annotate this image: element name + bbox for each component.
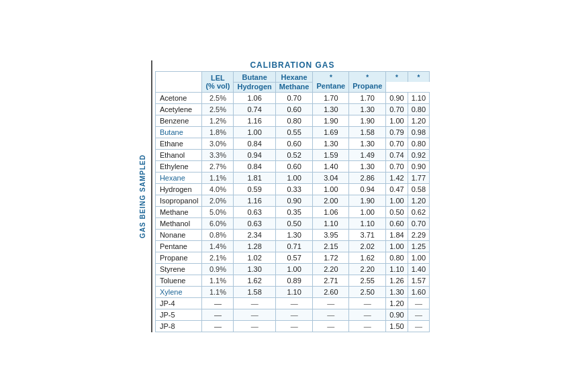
- gas-cell: Methane: [155, 206, 202, 217]
- gas-cell: Hexane: [155, 172, 202, 183]
- table-row: Ethanol3.3%0.940.521.591.490.740.92: [155, 149, 429, 160]
- hexane-cell: 0.50: [275, 217, 313, 229]
- table-row: Isopropanol2.0%1.160.902.001.901.001.20: [155, 195, 429, 206]
- pentane-cell: 1.00: [386, 240, 408, 252]
- gas-cell: Ethane: [155, 138, 202, 149]
- hydrogen-cell: 1.40: [313, 160, 349, 172]
- hydrogen-cell: —: [313, 320, 349, 332]
- gas-cell: Styrene: [155, 263, 202, 275]
- gas-cell: Hydrogen: [155, 183, 202, 195]
- propane-cell: 0.70: [408, 217, 429, 229]
- hydrogen-cell: 2.00: [313, 195, 349, 206]
- table-row: Acetone2.5%1.060.701.701.700.901.10: [155, 92, 429, 103]
- gas-cell: Acetone: [155, 92, 202, 103]
- methane-cell: 1.30: [349, 160, 386, 172]
- pentane-cell: 0.90: [386, 309, 408, 320]
- pentane-cell: 0.70: [386, 160, 408, 172]
- pentane-cell: 0.60: [386, 217, 408, 229]
- butane-cell: 1.00: [234, 126, 275, 138]
- lel-cell: 2.7%: [202, 160, 234, 172]
- butane-cell: —: [234, 297, 275, 309]
- hexane-cell: 0.55: [275, 126, 313, 138]
- table-row: Nonane0.8%2.341.303.953.711.842.29: [155, 229, 429, 240]
- propane-cell: 1.20: [408, 195, 429, 206]
- propane-cell: 1.10: [408, 92, 429, 103]
- hydrogen-cell: 2.60: [313, 286, 349, 297]
- table-row: Pentane1.4%1.280.712.152.021.001.25: [155, 240, 429, 252]
- propane-cell: 1.20: [408, 115, 429, 126]
- propane-cell: 0.80: [408, 103, 429, 115]
- hydrogen-cell: 2.20: [313, 263, 349, 275]
- methane-cell: 1.62: [349, 252, 386, 263]
- table-row: Hexane1.1%1.811.003.042.861.421.77: [155, 172, 429, 183]
- methane-cell: 2.02: [349, 240, 386, 252]
- pentane-col-header-star: *: [386, 71, 408, 82]
- gas-col-header: [155, 71, 202, 92]
- table-row: Ethylene2.7%0.840.601.401.300.700.90: [155, 160, 429, 172]
- methane-cell: 1.10: [349, 217, 386, 229]
- gas-cell: Isopropanol: [155, 195, 202, 206]
- gas-cell: Methanol: [155, 217, 202, 229]
- table-row: Butane1.8%1.000.551.691.580.790.98: [155, 126, 429, 138]
- hexane-cell: 0.80: [275, 115, 313, 126]
- methane-cell: 2.86: [349, 172, 386, 183]
- methane-cell: 1.70: [349, 92, 386, 103]
- hexane-cell: —: [275, 309, 313, 320]
- pentane-cell: 0.70: [386, 103, 408, 115]
- gas-cell: Propane: [155, 252, 202, 263]
- methane-cell: 1.90: [349, 195, 386, 206]
- pentane-cell: 0.50: [386, 206, 408, 217]
- lel-cell: 0.8%: [202, 229, 234, 240]
- table-row: Acetylene2.5%0.740.601.301.300.700.80: [155, 103, 429, 115]
- butane-cell: 0.94: [234, 149, 275, 160]
- methane-cell: 1.90: [349, 115, 386, 126]
- gas-cell: Nonane: [155, 229, 202, 240]
- hexane-cell: 0.57: [275, 252, 313, 263]
- hexane-cell: 0.33: [275, 183, 313, 195]
- lel-cell: —: [202, 320, 234, 332]
- bracket-line: [151, 60, 152, 332]
- butane-cell: 1.58: [234, 286, 275, 297]
- table-row: Styrene0.9%1.301.002.202.201.101.40: [155, 263, 429, 275]
- propane-cell: 2.29: [408, 229, 429, 240]
- hydrogen-cell: 1.00: [313, 183, 349, 195]
- gas-cell: Xylene: [155, 286, 202, 297]
- propane-cell: 0.80: [408, 138, 429, 149]
- hydrogen-cell: 3.04: [313, 172, 349, 183]
- butane-cell: 1.16: [234, 115, 275, 126]
- pentane-cell: 0.47: [386, 183, 408, 195]
- hexane-cell: 0.89: [275, 275, 313, 286]
- calibration-table: LEL(% vol) Butane Hexane * * * * Hydroge…: [155, 71, 430, 332]
- methane-cell: —: [349, 309, 386, 320]
- lel-cell: 4.0%: [202, 183, 234, 195]
- propane-cell: —: [408, 297, 429, 309]
- propane-cell: 0.98: [408, 126, 429, 138]
- propane-cell: 0.62: [408, 206, 429, 217]
- hexane-cell: 0.70: [275, 92, 313, 103]
- table-row: JP-8—————1.50—: [155, 320, 429, 332]
- pentane-cell: 1.42: [386, 172, 408, 183]
- propane-cell: 1.40: [408, 263, 429, 275]
- hexane-cell: 0.90: [275, 195, 313, 206]
- pentane-cell: 0.80: [386, 252, 408, 263]
- methane-cell: —: [349, 297, 386, 309]
- table-row: Propane2.1%1.020.571.721.620.801.00: [155, 252, 429, 263]
- propane-cell: 0.92: [408, 149, 429, 160]
- lel-cell: 0.9%: [202, 263, 234, 275]
- butane-cell: 2.34: [234, 229, 275, 240]
- table-row: JP-5—————0.90—: [155, 309, 429, 320]
- gas-cell: Butane: [155, 126, 202, 138]
- hydrogen-cell: 1.06: [313, 206, 349, 217]
- lel-cell: 1.1%: [202, 286, 234, 297]
- lel-cell: —: [202, 309, 234, 320]
- butane-cell: 1.16: [234, 195, 275, 206]
- table-row: Hydrogen4.0%0.590.331.000.940.470.58: [155, 183, 429, 195]
- methane-col-header: Methane: [275, 82, 313, 92]
- hexane-cell: 1.30: [275, 229, 313, 240]
- butane-cell: 0.63: [234, 206, 275, 217]
- propane-cell: —: [408, 320, 429, 332]
- pentane-cell: 0.79: [386, 126, 408, 138]
- lel-cell: 2.5%: [202, 103, 234, 115]
- gas-cell: Ethylene: [155, 160, 202, 172]
- lel-cell: 1.2%: [202, 115, 234, 126]
